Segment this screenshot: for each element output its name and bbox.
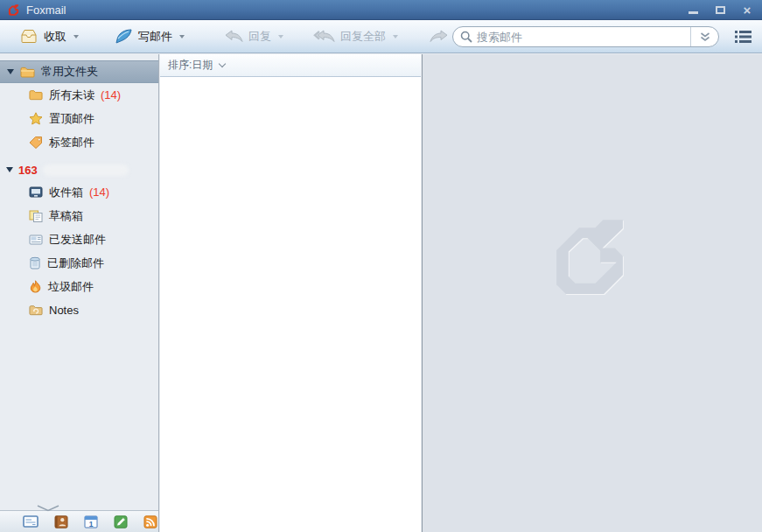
receive-mail-icon bbox=[19, 29, 38, 44]
inbox-icon bbox=[29, 186, 43, 198]
reply-all-dropdown-icon bbox=[393, 35, 398, 38]
window-title: Foxmail bbox=[26, 4, 66, 17]
search-box[interactable] bbox=[452, 26, 719, 47]
toolbar: 收取 写邮件 回复 bbox=[0, 20, 762, 53]
reply-all-label: 回复全部 bbox=[340, 29, 386, 45]
reply-label: 回复 bbox=[248, 29, 271, 45]
mail-list-panel: 排序:日期 bbox=[160, 54, 421, 532]
collapse-handle-icon[interactable] bbox=[37, 505, 59, 512]
foxmail-watermark-icon bbox=[545, 214, 634, 301]
sent-mail-icon bbox=[29, 234, 43, 245]
item-label: 置顶邮件 bbox=[49, 111, 94, 127]
sort-label: 排序:日期 bbox=[168, 58, 213, 73]
search-expand-button[interactable] bbox=[690, 27, 718, 46]
receive-label: 收取 bbox=[44, 29, 66, 45]
flame-icon bbox=[29, 280, 42, 293]
folder-sidebar: 常用文件夹 所有未读 (14) 置顶邮件 bbox=[0, 54, 159, 532]
mail-tab-icon[interactable] bbox=[23, 515, 38, 528]
item-label: 标签邮件 bbox=[49, 135, 94, 150]
sort-chevron-icon bbox=[219, 60, 226, 67]
unread-folder-icon bbox=[29, 89, 43, 101]
compose-button[interactable]: 写邮件 bbox=[110, 25, 190, 48]
mail-list-empty[interactable] bbox=[160, 77, 421, 532]
item-label: Notes bbox=[49, 304, 79, 317]
reply-all-button[interactable]: 回复全部 bbox=[308, 25, 403, 48]
item-label: 草稿箱 bbox=[49, 208, 83, 224]
item-label: 收件箱 bbox=[49, 185, 83, 200]
reply-dropdown-icon bbox=[278, 35, 283, 38]
star-icon bbox=[29, 112, 43, 125]
calendar-day-number: 1 bbox=[89, 519, 94, 528]
maximize-button[interactable] bbox=[710, 3, 730, 18]
drafts-icon bbox=[29, 210, 43, 222]
compose-label: 写邮件 bbox=[138, 29, 172, 45]
minimize-icon bbox=[689, 11, 698, 14]
reply-all-arrow-icon bbox=[313, 30, 335, 43]
rss-tab-icon[interactable] bbox=[143, 515, 157, 528]
tag-icon bbox=[29, 136, 43, 149]
minimize-button[interactable] bbox=[683, 3, 703, 18]
account-row-163[interactable]: 163 bbox=[0, 159, 158, 180]
receive-button[interactable]: 收取 bbox=[14, 25, 84, 48]
account-name: 163 bbox=[18, 164, 38, 177]
common-folders-header[interactable]: 常用文件夹 bbox=[0, 60, 158, 83]
bottom-tab-bar: 1 bbox=[0, 510, 158, 532]
reply-arrow-icon bbox=[225, 30, 243, 43]
collapse-triangle-icon bbox=[7, 69, 14, 74]
foxmail-window: Foxmail × 收取 写邮件 bbox=[0, 0, 762, 532]
sort-header[interactable]: 排序:日期 bbox=[160, 54, 421, 77]
sidebar-item-inbox[interactable]: 收件箱 (14) bbox=[0, 180, 158, 204]
item-label: 所有未读 bbox=[49, 88, 94, 103]
search-input[interactable] bbox=[477, 31, 690, 44]
close-icon: × bbox=[744, 4, 752, 17]
account-address-redacted bbox=[43, 164, 129, 176]
inbox-unread-count: (14) bbox=[89, 186, 109, 199]
item-label: 已发送邮件 bbox=[49, 232, 106, 248]
compose-feather-icon bbox=[115, 29, 133, 44]
notes-folder-icon bbox=[29, 304, 43, 316]
common-folders-label: 常用文件夹 bbox=[41, 64, 98, 80]
maximize-icon bbox=[716, 6, 725, 14]
folder-icon bbox=[20, 66, 35, 78]
sidebar-item-deleted[interactable]: 已删除邮件 bbox=[0, 251, 158, 275]
compose-dropdown-icon bbox=[179, 35, 185, 38]
search-icon bbox=[460, 31, 472, 43]
sidebar-item-sent[interactable]: 已发送邮件 bbox=[0, 228, 158, 251]
sidebar-item-pinned-mail[interactable]: 置顶邮件 bbox=[0, 107, 158, 130]
sidebar-item-all-unread[interactable]: 所有未读 (14) bbox=[0, 83, 158, 107]
view-menu-button[interactable] bbox=[735, 31, 752, 43]
calendar-tab-icon[interactable]: 1 bbox=[84, 515, 98, 528]
account-collapse-triangle-icon bbox=[6, 167, 13, 172]
sidebar-item-notes[interactable]: Notes bbox=[0, 298, 158, 322]
close-button[interactable]: × bbox=[738, 3, 757, 18]
sidebar-item-drafts[interactable]: 草稿箱 bbox=[0, 204, 158, 228]
sidebar-item-spam[interactable]: 垃圾邮件 bbox=[0, 275, 158, 298]
receive-dropdown-icon bbox=[73, 35, 79, 38]
reading-panel bbox=[422, 54, 762, 532]
item-label: 已删除邮件 bbox=[47, 256, 104, 271]
trash-icon bbox=[29, 256, 41, 270]
title-bar: Foxmail × bbox=[0, 0, 762, 20]
notes-tab-icon[interactable] bbox=[114, 515, 128, 528]
reply-button[interactable]: 回复 bbox=[220, 25, 289, 48]
contacts-tab-icon[interactable] bbox=[54, 515, 68, 528]
foxmail-logo-icon bbox=[7, 4, 20, 17]
unread-count: (14) bbox=[101, 88, 121, 102]
sidebar-item-tagged-mail[interactable]: 标签邮件 bbox=[0, 130, 158, 154]
item-label: 垃圾邮件 bbox=[48, 279, 94, 295]
forward-arrow-icon bbox=[430, 30, 448, 43]
double-chevron-down-icon bbox=[700, 32, 710, 42]
